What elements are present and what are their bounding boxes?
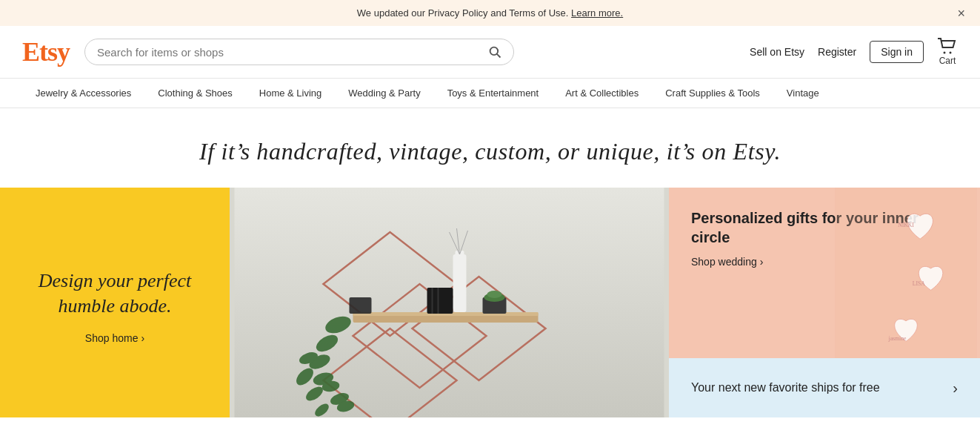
nav-item-clothing[interactable]: Clothing & Shoes — [144, 79, 245, 108]
header: Etsy Sell on Etsy Register Sign in Cart — [0, 26, 980, 79]
cart-label: Cart — [939, 56, 956, 66]
svg-text:LISA: LISA — [913, 280, 925, 287]
shop-home-label: Shop home — [85, 332, 139, 344]
shop-wedding-label: Shop wedding — [691, 256, 757, 268]
nav-item-wedding[interactable]: Wedding & Party — [335, 79, 433, 108]
nav-item-home[interactable]: Home & Living — [246, 79, 336, 108]
banner-close-button[interactable]: × — [957, 5, 965, 21]
svg-text:jasmine: jasmine — [888, 335, 907, 342]
main-content: Design your perfect humble abode. Shop h… — [0, 188, 980, 417]
sign-in-button[interactable]: Sign in — [870, 41, 924, 63]
hearts-decoration: NIKKI LISA jasmine — [832, 188, 980, 358]
logo[interactable]: Etsy — [22, 36, 70, 67]
svg-point-31 — [487, 291, 502, 298]
svg-rect-24 — [453, 254, 467, 312]
svg-rect-32 — [427, 288, 453, 314]
free-shipping-card[interactable]: Your next new favorite ships for free › — [669, 358, 980, 417]
nav-bar: Jewelry & Accessories Clothing & Shoes H… — [0, 79, 980, 108]
nav-item-craft[interactable]: Craft Supplies & Tools — [652, 79, 773, 108]
promo-yellow-card: Design your perfect humble abode. Shop h… — [0, 188, 230, 417]
shop-home-arrow: › — [141, 332, 144, 344]
shop-home-link[interactable]: Shop home › — [85, 332, 144, 344]
nav-item-jewelry[interactable]: Jewelry & Accessories — [22, 79, 144, 108]
search-input[interactable] — [97, 46, 488, 59]
cart-button[interactable]: Cart — [937, 38, 958, 66]
promo-yellow-title: Design your perfect humble abode. — [22, 268, 207, 319]
search-bar — [84, 39, 514, 65]
cart-icon — [937, 38, 958, 56]
nav-item-toys[interactable]: Toys & Entertainment — [434, 79, 553, 108]
banner-text: We updated our Privacy Policy and Terms … — [357, 7, 569, 19]
svg-rect-12 — [350, 297, 372, 314]
nav-item-art[interactable]: Art & Collectibles — [552, 79, 652, 108]
svg-text:NIKKI: NIKKI — [898, 222, 914, 228]
right-column: NIKKI LISA jasmine Personalized gifts fo… — [669, 188, 980, 417]
svg-point-0 — [490, 47, 499, 56]
sell-on-etsy-link[interactable]: Sell on Etsy — [750, 46, 804, 58]
center-shelf-image — [230, 188, 669, 417]
shop-wedding-arrow: › — [760, 256, 764, 268]
svg-point-3 — [950, 52, 952, 54]
shelf-decoration — [230, 188, 669, 417]
search-icon — [488, 45, 501, 59]
register-link[interactable]: Register — [818, 46, 856, 58]
nav-item-vintage[interactable]: Vintage — [773, 79, 833, 108]
svg-line-1 — [497, 54, 501, 58]
hero-text: If it’s handcrafted, vintage, custom, or… — [0, 108, 980, 188]
svg-point-2 — [944, 52, 946, 54]
free-shipping-title: Your next new favorite ships for free — [691, 381, 880, 394]
top-banner: We updated our Privacy Policy and Terms … — [0, 0, 980, 26]
search-button[interactable] — [488, 45, 501, 59]
free-shipping-arrow: › — [953, 380, 958, 397]
header-actions: Sell on Etsy Register Sign in Cart — [750, 38, 958, 66]
banner-learn-more[interactable]: Learn more. — [571, 7, 623, 19]
personalized-gifts-card: NIKKI LISA jasmine Personalized gifts fo… — [669, 188, 980, 358]
